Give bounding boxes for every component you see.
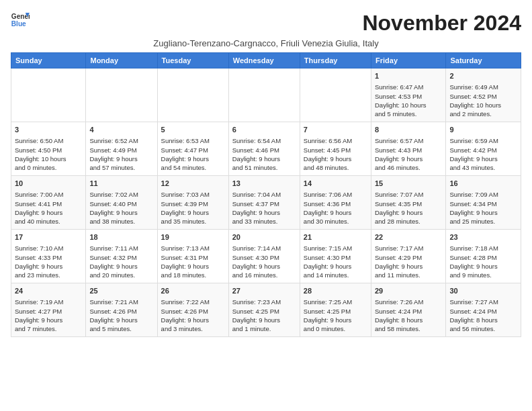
day-info: Sunrise: 7:10 AM Sunset: 4:33 PM Dayligh… bbox=[15, 244, 82, 279]
day-number: 10 bbox=[15, 179, 82, 189]
day-info: Sunrise: 7:04 AM Sunset: 4:37 PM Dayligh… bbox=[232, 190, 296, 226]
day-number: 20 bbox=[232, 232, 296, 242]
svg-text:Blue: Blue bbox=[11, 20, 26, 28]
day-number: 25 bbox=[89, 286, 153, 296]
day-cell: 1Sunrise: 6:47 AM Sunset: 4:53 PM Daylig… bbox=[371, 68, 445, 122]
day-number: 29 bbox=[375, 286, 442, 296]
day-cell: 23Sunrise: 7:18 AM Sunset: 4:28 PM Dayli… bbox=[446, 230, 521, 283]
day-info: Sunrise: 7:07 AM Sunset: 4:35 PM Dayligh… bbox=[375, 190, 442, 226]
week-row-2: 10Sunrise: 7:00 AM Sunset: 4:41 PM Dayli… bbox=[11, 176, 521, 230]
day-number: 18 bbox=[89, 232, 153, 242]
day-info: Sunrise: 7:17 AM Sunset: 4:29 PM Dayligh… bbox=[375, 244, 442, 279]
day-cell bbox=[228, 68, 300, 122]
day-cell: 2Sunrise: 6:49 AM Sunset: 4:52 PM Daylig… bbox=[446, 68, 521, 122]
day-number: 26 bbox=[161, 286, 225, 296]
day-cell: 18Sunrise: 7:11 AM Sunset: 4:32 PM Dayli… bbox=[86, 230, 157, 283]
day-number: 23 bbox=[449, 232, 517, 242]
day-cell: 4Sunrise: 6:52 AM Sunset: 4:49 PM Daylig… bbox=[86, 122, 157, 176]
col-header-wednesday: Wednesday bbox=[228, 53, 300, 68]
header-row: SundayMondayTuesdayWednesdayThursdayFrid… bbox=[11, 53, 521, 68]
month-title: November 2024 bbox=[362, 11, 521, 36]
day-number: 12 bbox=[161, 179, 225, 189]
day-number: 22 bbox=[375, 232, 442, 242]
day-cell: 27Sunrise: 7:23 AM Sunset: 4:25 PM Dayli… bbox=[228, 283, 300, 337]
calendar-table: SundayMondayTuesdayWednesdayThursdayFrid… bbox=[11, 52, 521, 337]
day-cell: 5Sunrise: 6:53 AM Sunset: 4:47 PM Daylig… bbox=[157, 122, 228, 176]
day-number: 5 bbox=[161, 125, 225, 135]
day-number: 17 bbox=[15, 232, 82, 242]
day-cell: 10Sunrise: 7:00 AM Sunset: 4:41 PM Dayli… bbox=[11, 176, 86, 230]
day-number: 7 bbox=[304, 125, 367, 135]
week-row-4: 24Sunrise: 7:19 AM Sunset: 4:27 PM Dayli… bbox=[11, 283, 521, 337]
day-number: 30 bbox=[449, 286, 517, 296]
day-cell: 12Sunrise: 7:03 AM Sunset: 4:39 PM Dayli… bbox=[157, 176, 228, 230]
day-cell: 15Sunrise: 7:07 AM Sunset: 4:35 PM Dayli… bbox=[371, 176, 445, 230]
day-cell: 21Sunrise: 7:15 AM Sunset: 4:30 PM Dayli… bbox=[300, 230, 371, 283]
day-cell: 22Sunrise: 7:17 AM Sunset: 4:29 PM Dayli… bbox=[371, 230, 445, 283]
day-number: 19 bbox=[161, 232, 225, 242]
day-cell: 13Sunrise: 7:04 AM Sunset: 4:37 PM Dayli… bbox=[228, 176, 300, 230]
day-cell: 28Sunrise: 7:25 AM Sunset: 4:25 PM Dayli… bbox=[300, 283, 371, 337]
day-info: Sunrise: 7:11 AM Sunset: 4:32 PM Dayligh… bbox=[89, 244, 153, 279]
day-info: Sunrise: 6:47 AM Sunset: 4:53 PM Dayligh… bbox=[375, 83, 442, 118]
day-cell: 7Sunrise: 6:56 AM Sunset: 4:45 PM Daylig… bbox=[300, 122, 371, 176]
day-cell: 24Sunrise: 7:19 AM Sunset: 4:27 PM Dayli… bbox=[11, 283, 86, 337]
day-cell: 30Sunrise: 7:27 AM Sunset: 4:24 PM Dayli… bbox=[446, 283, 521, 337]
day-cell: 25Sunrise: 7:21 AM Sunset: 4:26 PM Dayli… bbox=[86, 283, 157, 337]
day-info: Sunrise: 7:13 AM Sunset: 4:31 PM Dayligh… bbox=[161, 244, 225, 279]
day-number: 9 bbox=[449, 125, 517, 135]
day-number: 6 bbox=[232, 125, 296, 135]
day-number: 1 bbox=[375, 71, 442, 81]
day-number: 28 bbox=[304, 286, 367, 296]
col-header-sunday: Sunday bbox=[11, 53, 86, 68]
day-number: 16 bbox=[449, 179, 517, 189]
col-header-friday: Friday bbox=[371, 53, 445, 68]
day-info: Sunrise: 6:52 AM Sunset: 4:49 PM Dayligh… bbox=[89, 136, 153, 172]
day-cell: 17Sunrise: 7:10 AM Sunset: 4:33 PM Dayli… bbox=[11, 230, 86, 283]
day-cell: 29Sunrise: 7:26 AM Sunset: 4:24 PM Dayli… bbox=[371, 283, 445, 337]
day-cell: 26Sunrise: 7:22 AM Sunset: 4:26 PM Dayli… bbox=[157, 283, 228, 337]
day-cell bbox=[11, 68, 86, 122]
day-cell: 14Sunrise: 7:06 AM Sunset: 4:36 PM Dayli… bbox=[300, 176, 371, 230]
day-cell: 8Sunrise: 6:57 AM Sunset: 4:43 PM Daylig… bbox=[371, 122, 445, 176]
day-info: Sunrise: 6:56 AM Sunset: 4:45 PM Dayligh… bbox=[304, 136, 367, 172]
day-cell: 19Sunrise: 7:13 AM Sunset: 4:31 PM Dayli… bbox=[157, 230, 228, 283]
day-number: 27 bbox=[232, 286, 296, 296]
col-header-tuesday: Tuesday bbox=[157, 53, 228, 68]
day-info: Sunrise: 7:06 AM Sunset: 4:36 PM Dayligh… bbox=[304, 190, 367, 226]
day-info: Sunrise: 7:09 AM Sunset: 4:34 PM Dayligh… bbox=[449, 190, 517, 226]
day-info: Sunrise: 7:14 AM Sunset: 4:30 PM Dayligh… bbox=[232, 244, 296, 279]
col-header-monday: Monday bbox=[86, 53, 157, 68]
day-info: Sunrise: 7:23 AM Sunset: 4:25 PM Dayligh… bbox=[232, 298, 296, 333]
day-info: Sunrise: 6:54 AM Sunset: 4:46 PM Dayligh… bbox=[232, 136, 296, 172]
week-row-0: 1Sunrise: 6:47 AM Sunset: 4:53 PM Daylig… bbox=[11, 68, 521, 122]
day-number: 21 bbox=[304, 232, 367, 242]
day-cell: 20Sunrise: 7:14 AM Sunset: 4:30 PM Dayli… bbox=[228, 230, 300, 283]
day-cell: 3Sunrise: 6:50 AM Sunset: 4:50 PM Daylig… bbox=[11, 122, 86, 176]
day-cell: 9Sunrise: 6:59 AM Sunset: 4:42 PM Daylig… bbox=[446, 122, 521, 176]
day-info: Sunrise: 6:57 AM Sunset: 4:43 PM Dayligh… bbox=[375, 136, 442, 172]
day-number: 24 bbox=[15, 286, 82, 296]
day-info: Sunrise: 7:15 AM Sunset: 4:30 PM Dayligh… bbox=[304, 244, 367, 279]
day-number: 14 bbox=[304, 179, 367, 189]
day-number: 2 bbox=[449, 71, 517, 81]
day-cell: 11Sunrise: 7:02 AM Sunset: 4:40 PM Dayli… bbox=[86, 176, 157, 230]
subtitle: Zugliano-Terenzano-Cargnacco, Friuli Ven… bbox=[11, 38, 521, 48]
day-cell: 6Sunrise: 6:54 AM Sunset: 4:46 PM Daylig… bbox=[228, 122, 300, 176]
day-info: Sunrise: 6:59 AM Sunset: 4:42 PM Dayligh… bbox=[449, 136, 517, 172]
col-header-thursday: Thursday bbox=[300, 53, 371, 68]
day-number: 8 bbox=[375, 125, 442, 135]
logo: General Blue bbox=[11, 11, 30, 30]
day-number: 3 bbox=[15, 125, 82, 135]
day-info: Sunrise: 6:49 AM Sunset: 4:52 PM Dayligh… bbox=[449, 83, 517, 118]
day-info: Sunrise: 7:03 AM Sunset: 4:39 PM Dayligh… bbox=[161, 190, 225, 226]
day-info: Sunrise: 7:25 AM Sunset: 4:25 PM Dayligh… bbox=[304, 298, 367, 333]
week-row-1: 3Sunrise: 6:50 AM Sunset: 4:50 PM Daylig… bbox=[11, 122, 521, 176]
day-info: Sunrise: 7:02 AM Sunset: 4:40 PM Dayligh… bbox=[89, 190, 153, 226]
day-info: Sunrise: 6:53 AM Sunset: 4:47 PM Dayligh… bbox=[161, 136, 225, 172]
day-number: 15 bbox=[375, 179, 442, 189]
day-info: Sunrise: 7:26 AM Sunset: 4:24 PM Dayligh… bbox=[375, 298, 442, 333]
day-number: 13 bbox=[232, 179, 296, 189]
day-info: Sunrise: 7:22 AM Sunset: 4:26 PM Dayligh… bbox=[161, 298, 225, 333]
day-info: Sunrise: 7:27 AM Sunset: 4:24 PM Dayligh… bbox=[449, 298, 517, 333]
